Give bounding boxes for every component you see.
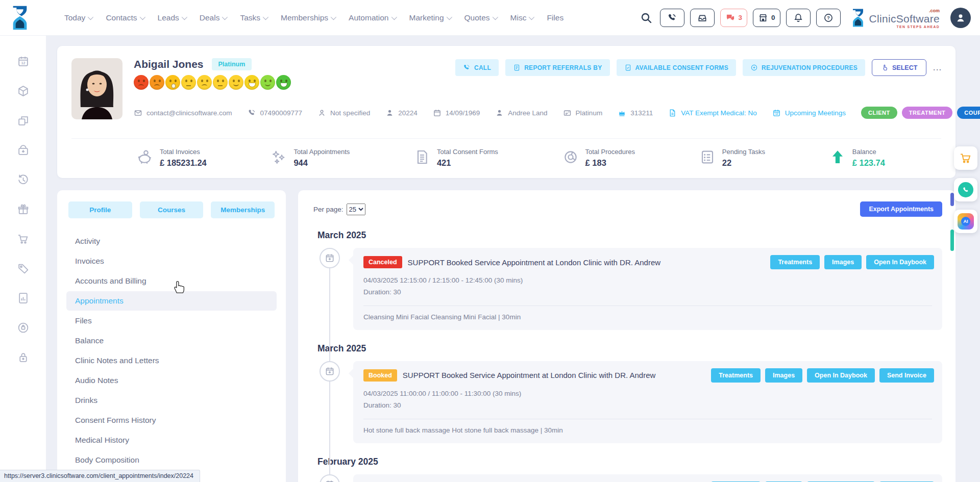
- nav-item[interactable]: Quotes: [464, 13, 497, 22]
- contact-chip-icon: [563, 109, 572, 117]
- sidebar-menu-item[interactable]: Clinic Notes and Letters: [66, 351, 277, 370]
- rail-icon[interactable]: [17, 144, 30, 157]
- select-button[interactable]: SELECT: [872, 59, 926, 76]
- contact-chip[interactable]: Not specified: [317, 109, 370, 117]
- appointment-action-button[interactable]: Treatments: [770, 255, 820, 269]
- client-action-button[interactable]: CALL: [455, 59, 499, 76]
- nav-item[interactable]: Memberships: [281, 13, 335, 22]
- rail-icon[interactable]: [17, 292, 30, 305]
- contact-chip[interactable]: contact@clinicsoftware.com: [134, 109, 232, 117]
- mood-emoji[interactable]: [181, 75, 196, 90]
- client-summary-card: Abigail Jones Platinum contact@clinicsof…: [57, 46, 955, 178]
- contact-chip[interactable]: 313211: [618, 109, 653, 117]
- rail-icon[interactable]: [17, 114, 30, 127]
- per-page-select[interactable]: 25: [347, 204, 365, 215]
- mood-emoji[interactable]: [213, 75, 228, 90]
- dialer-button[interactable]: [660, 9, 684, 27]
- floating-cart-button[interactable]: [954, 146, 977, 170]
- sidebar-menu-item[interactable]: Medical History: [66, 430, 277, 450]
- rail-icon[interactable]: [17, 233, 30, 245]
- contact-chip[interactable]: VAT Exempt Medical: No: [668, 109, 757, 117]
- contact-chip[interactable]: 07490009777: [248, 109, 303, 117]
- rail-icon[interactable]: [17, 262, 30, 275]
- mood-emoji[interactable]: [276, 75, 291, 90]
- nav-item-label: Files: [547, 13, 564, 22]
- inbox-button[interactable]: [690, 9, 715, 27]
- brand-logo[interactable]: ClinicSoftware .com TEN STEPS AHEAD: [850, 8, 940, 28]
- chat-button[interactable]: 3: [720, 9, 748, 27]
- client-label-pill[interactable]: COURSE: [957, 107, 980, 119]
- brand-text: ClinicSoftware .com TEN STEPS AHEAD: [869, 11, 940, 25]
- notifications-button[interactable]: [786, 9, 811, 27]
- sidebar-menu-item[interactable]: Drinks: [66, 391, 277, 410]
- sidebar-menu-item[interactable]: Balance: [66, 331, 277, 350]
- nav-item[interactable]: Marketing: [409, 13, 451, 22]
- appointment-action-button[interactable]: Open In Daybook: [807, 368, 875, 383]
- contact-chip[interactable]: Upcoming Meetings: [772, 109, 846, 117]
- shop-button[interactable]: 0: [753, 9, 780, 27]
- sidebar-menu-item[interactable]: Invoices: [66, 251, 277, 271]
- user-avatar[interactable]: [950, 8, 971, 28]
- rail-icon[interactable]: [17, 321, 30, 334]
- contact-chip[interactable]: 20224: [385, 109, 418, 117]
- contact-chip[interactable]: Andree Land: [495, 109, 547, 117]
- help-button[interactable]: [816, 9, 841, 27]
- sidebar-menu-item[interactable]: Consent Forms History: [66, 411, 277, 430]
- nav-item[interactable]: Deals: [200, 13, 227, 22]
- contact-chip[interactable]: Platinum: [563, 109, 603, 117]
- stat-value: £ 183: [585, 158, 635, 168]
- brand-name: ClinicSoftware: [869, 13, 940, 24]
- search-icon[interactable]: [640, 12, 652, 24]
- mood-emoji[interactable]: [165, 75, 180, 90]
- floating-whatsapp-button[interactable]: [954, 178, 977, 201]
- floating-ai-button[interactable]: AI: [954, 210, 977, 233]
- chat-count-badge: 3: [739, 14, 743, 21]
- sidebar-tab[interactable]: Courses: [140, 201, 204, 218]
- nav-item[interactable]: Misc: [510, 13, 533, 22]
- rail-icon[interactable]: [17, 85, 30, 97]
- app-logo[interactable]: [7, 4, 33, 32]
- hidden-panel-tab-indigo[interactable]: [950, 193, 954, 206]
- client-action-button[interactable]: AVAILABLE CONSENT FORMS: [617, 59, 736, 76]
- sidebar-tab[interactable]: Memberships: [211, 201, 275, 218]
- floating-actions: AI: [954, 146, 977, 233]
- sidebar-menu-item[interactable]: Body Composition: [66, 450, 277, 470]
- appointment-action-button[interactable]: Treatments: [711, 368, 761, 383]
- mood-emoji[interactable]: [260, 75, 275, 90]
- mood-emoji[interactable]: [229, 75, 243, 90]
- client-action-button[interactable]: REJUVENATION PROCEDURES: [743, 59, 865, 76]
- appointment-action-button[interactable]: Send Invoice: [879, 368, 934, 383]
- hidden-panel-tab-teal[interactable]: [950, 230, 954, 251]
- sidebar-menu-item[interactable]: Audio Notes: [66, 371, 277, 390]
- mood-emoji[interactable]: [150, 75, 164, 90]
- sidebar-menu-item[interactable]: Files: [66, 311, 277, 331]
- chevron-down-icon: [88, 14, 93, 19]
- client-action-button[interactable]: REPORT REFERRALS BY: [505, 59, 609, 76]
- appointment-action-button[interactable]: Images: [824, 255, 862, 269]
- rail-icon[interactable]: [17, 351, 30, 364]
- nav-item[interactable]: Leads: [158, 13, 186, 22]
- mood-emoji[interactable]: [197, 75, 212, 90]
- appointment-action-button[interactable]: Open In Daybook: [866, 255, 934, 269]
- nav-item[interactable]: Today: [64, 13, 92, 22]
- nav-item[interactable]: Automation: [349, 13, 395, 22]
- rail-icon[interactable]: [17, 55, 30, 68]
- client-label-pill[interactable]: CLIENT: [861, 107, 897, 119]
- mood-emoji[interactable]: [134, 75, 149, 90]
- contact-chip[interactable]: 14/09/1969: [433, 109, 480, 117]
- rail-icon[interactable]: [17, 173, 30, 186]
- sidebar-menu-item[interactable]: Activity: [66, 232, 277, 251]
- contact-chip-text: Platinum: [576, 109, 603, 117]
- more-options-button[interactable]: ...: [933, 64, 942, 72]
- sidebar-menu-item[interactable]: Appointments: [66, 291, 277, 311]
- sidebar-menu-item[interactable]: Accounts and Billing: [66, 271, 277, 291]
- appointment-action-button[interactable]: Images: [765, 368, 802, 383]
- export-appointments-button[interactable]: Export Appointments: [860, 201, 942, 217]
- rail-icon[interactable]: [17, 203, 30, 216]
- nav-item[interactable]: Contacts: [106, 13, 143, 22]
- nav-item[interactable]: Files: [547, 13, 564, 22]
- sidebar-tab[interactable]: Profile: [68, 201, 132, 218]
- mood-emoji[interactable]: [244, 75, 259, 90]
- nav-item[interactable]: Tasks: [240, 13, 267, 22]
- client-label-pill[interactable]: TREATMENT: [902, 107, 953, 119]
